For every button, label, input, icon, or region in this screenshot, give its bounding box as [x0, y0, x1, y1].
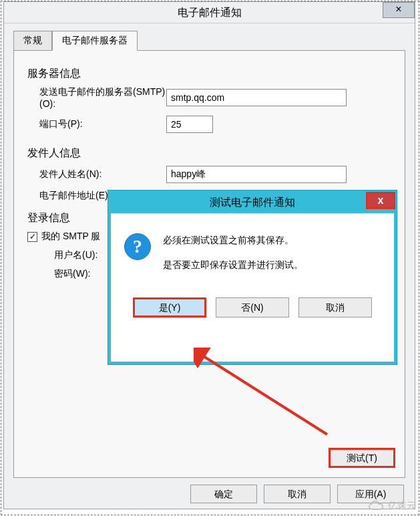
titlebar: 电子邮件通知 ×	[4, 2, 415, 23]
port-label: 端口号(P):	[39, 118, 166, 130]
cloud-icon	[368, 500, 385, 512]
no-button[interactable]: 否(N)	[216, 297, 289, 317]
modal-body: ? 必须在测试设置之前将其保存。 是否要立即保存设置并进行测试。	[111, 213, 394, 289]
modal-close-button[interactable]: x	[366, 192, 395, 209]
tab-email-server[interactable]: 电子邮件服务器	[52, 31, 138, 51]
sender-name-input[interactable]	[166, 166, 347, 183]
cancel-button[interactable]: 取消	[264, 485, 331, 503]
modal-cancel-button[interactable]: 取消	[298, 297, 372, 317]
tab-general[interactable]: 常规	[13, 31, 52, 51]
test-button[interactable]: 测试(T)	[329, 448, 395, 468]
modal-title-text: 测试电子邮件通知	[210, 197, 295, 208]
modal-buttons: 是(Y) 否(N) 取消	[111, 289, 394, 327]
modal-titlebar: 测试电子邮件通知 x	[111, 193, 394, 213]
smtp-auth-label: 我的 SMTP 服	[41, 231, 100, 243]
yes-button[interactable]: 是(Y)	[133, 297, 206, 317]
check-icon: ✓	[29, 232, 36, 241]
sender-name-label: 发件人姓名(N):	[39, 168, 166, 180]
smtp-label: 发送电子邮件的服务器(SMTP)(O):	[39, 86, 166, 109]
watermark: 亿速云	[368, 500, 416, 512]
smtp-input[interactable]	[166, 89, 347, 106]
modal-text: 必须在测试设置之前将其保存。 是否要立即保存设置并进行测试。	[163, 233, 303, 283]
smtp-auth-checkbox[interactable]: ✓	[27, 232, 37, 242]
question-icon: ?	[124, 233, 151, 260]
watermark-text: 亿速云	[388, 500, 416, 512]
ok-button[interactable]: 确定	[190, 485, 257, 503]
tabstrip: 常规电子邮件服务器	[13, 30, 405, 50]
section-server-info: 服务器信息	[27, 67, 391, 81]
modal-line2: 是否要立即保存设置并进行测试。	[163, 258, 303, 272]
close-button[interactable]: ×	[383, 2, 415, 18]
close-icon: ×	[395, 3, 401, 15]
port-input[interactable]	[166, 116, 213, 133]
close-icon: x	[378, 195, 384, 206]
window-title: 电子邮件通知	[178, 6, 242, 20]
modal-line1: 必须在测试设置之前将其保存。	[163, 233, 303, 247]
section-sender-info: 发件人信息	[27, 146, 391, 160]
test-confirm-dialog: 测试电子邮件通知 x ? 必须在测试设置之前将其保存。 是否要立即保存设置并进行…	[108, 190, 397, 364]
